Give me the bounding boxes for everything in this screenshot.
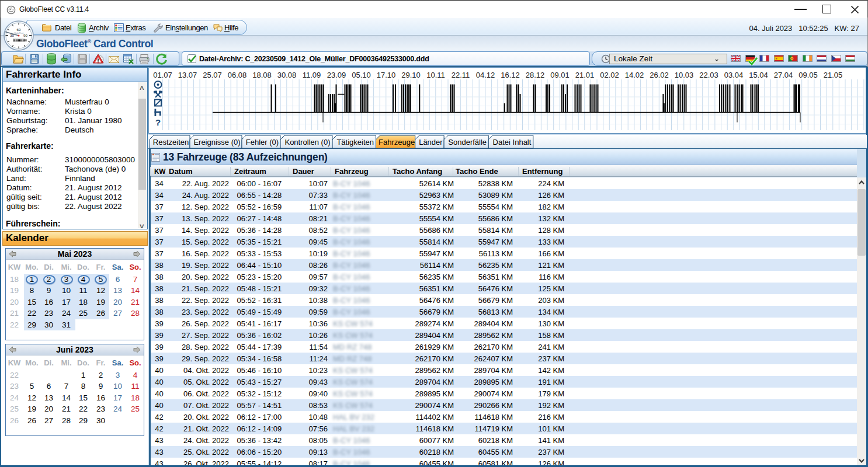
svg-text:14.02: 14.02 [625,71,644,79]
svg-text:?: ? [155,117,161,127]
svg-text:29.10: 29.10 [401,71,421,79]
svg-text:13.07: 13.07 [178,71,197,79]
svg-text:03.04: 03.04 [724,71,744,79]
svg-text:11.09: 11.09 [303,71,321,79]
svg-text:Datei Inhalt: Datei Inhalt [493,138,532,147]
svg-text:GloboFleet: GloboFleet [14,32,24,34]
svg-text:22.11: 22.11 [452,71,470,79]
svg-text:02.02: 02.02 [600,71,619,79]
svg-text:90: 90 [23,33,27,37]
svg-text:30.08: 30.08 [277,71,297,79]
svg-text:06.08: 06.08 [228,71,247,79]
svg-text:10.11: 10.11 [426,71,445,79]
svg-text:25.07: 25.07 [203,71,222,79]
svg-text:21.01: 21.01 [575,71,595,79]
svg-text:09.05: 09.05 [798,71,818,79]
svg-text:Kontrollen (0): Kontrollen (0) [284,138,330,147]
svg-text:23.09: 23.09 [327,71,346,79]
svg-text:09.01: 09.01 [550,71,570,79]
svg-text:27.04: 27.04 [774,71,793,79]
svg-text:Restzeiten: Restzeiten [153,138,189,147]
svg-text:18.08: 18.08 [252,71,272,79]
svg-text:15.04: 15.04 [749,71,768,79]
svg-text:Fehler (0): Fehler (0) [246,138,279,147]
svg-text:21.05: 21.05 [824,71,843,79]
svg-text:26.02: 26.02 [650,71,669,79]
svg-text:Sonderfälle: Sonderfälle [448,138,487,147]
svg-text:Tätigkeiten: Tätigkeiten [336,138,374,147]
svg-text:05.10: 05.10 [352,71,371,79]
svg-text:10.03: 10.03 [675,71,694,79]
svg-text:04.12: 04.12 [476,71,495,79]
svg-text:28.12: 28.12 [526,71,545,79]
svg-text:60: 60 [17,27,21,32]
svg-text:22.03: 22.03 [699,71,718,79]
svg-text:Ereignisse (0): Ereignisse (0) [193,138,240,147]
svg-text:16.12: 16.12 [501,71,520,79]
svg-text:Länder: Länder [419,138,443,147]
svg-text:Fahrzeuge: Fahrzeuge [379,138,415,147]
svg-text:01.07: 01.07 [153,71,172,79]
svg-text:17.10: 17.10 [377,71,396,79]
